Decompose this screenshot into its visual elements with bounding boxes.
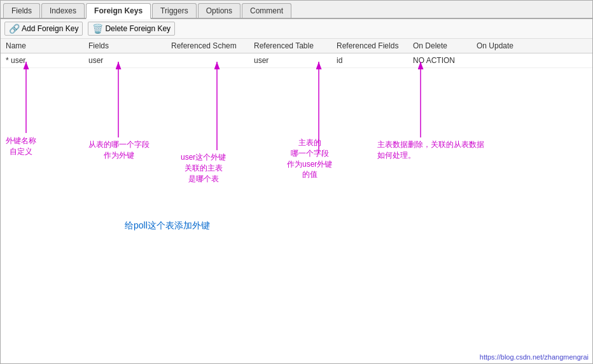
cell-refschema: [169, 55, 251, 66]
main-container: Fields Indexes Foreign Keys Triggers Opt…: [0, 0, 593, 364]
cell-reffields: id: [334, 55, 410, 66]
annotation-fk-ondelete: 主表数据删除，关联的从表数据如何处理。: [377, 139, 484, 161]
col-header-onupdate: On Update: [474, 40, 538, 52]
annotations: 外键名称自定义 从表的哪一个字段作为外键 user这个外键关联的主表是哪个表 主…: [1, 39, 592, 363]
annotation-fk-name: 外键名称自定义: [6, 136, 36, 157]
tab-options[interactable]: Options: [198, 3, 241, 18]
delete-fk-icon: 🗑️: [92, 24, 103, 34]
add-fk-icon: 🔗: [9, 24, 20, 34]
col-header-name: Name: [3, 40, 86, 52]
tab-indexes[interactable]: Indexes: [41, 3, 85, 18]
annotation-fk-reffields: 主表的哪一个字段作为user外键的值: [287, 137, 332, 180]
tab-foreign-keys[interactable]: Foreign Keys: [86, 3, 151, 19]
annotation-center-note: 给poll这个表添加外键: [125, 220, 210, 232]
col-header-ondelete: On Delete: [410, 40, 474, 52]
col-header-reffields: Referenced Fields: [334, 40, 410, 52]
cell-name: * user: [3, 55, 86, 66]
annotation-fk-fields: 从表的哪一个字段作为外键: [88, 139, 150, 161]
toolbar: 🔗 Add Foreign Key 🗑️ Delete Foreign Key: [1, 19, 592, 39]
tab-comment[interactable]: Comment: [242, 3, 291, 18]
tab-bar: Fields Indexes Foreign Keys Triggers Opt…: [1, 1, 592, 19]
col-header-fields: Fields: [86, 40, 169, 52]
content-area: Name Fields Referenced Schem Referenced …: [1, 39, 592, 363]
col-header-refschema: Referenced Schem: [169, 40, 251, 52]
delete-fk-label: Delete Foreign Key: [105, 24, 171, 33]
arrows-svg: [1, 39, 592, 363]
table-header: Name Fields Referenced Schem Referenced …: [1, 39, 592, 53]
add-fk-label: Add Foreign Key: [22, 24, 78, 33]
watermark: https://blog.csdn.net/zhangmengrai: [480, 353, 589, 361]
tab-fields[interactable]: Fields: [3, 3, 40, 18]
cell-onupdate: [474, 55, 538, 66]
col-header-reftable: Referenced Table: [251, 40, 334, 52]
annotation-fk-reftable: user这个外键关联的主表是哪个表: [181, 152, 226, 184]
cell-reftable: user: [251, 55, 334, 66]
tab-triggers[interactable]: Triggers: [152, 3, 197, 18]
cell-fields: user: [86, 55, 169, 66]
table-row[interactable]: * user user user id NO ACTION: [1, 53, 592, 68]
cell-ondelete: NO ACTION: [410, 55, 474, 66]
add-foreign-key-button[interactable]: 🔗 Add Foreign Key: [4, 22, 83, 36]
delete-foreign-key-button[interactable]: 🗑️ Delete Foreign Key: [88, 22, 175, 36]
